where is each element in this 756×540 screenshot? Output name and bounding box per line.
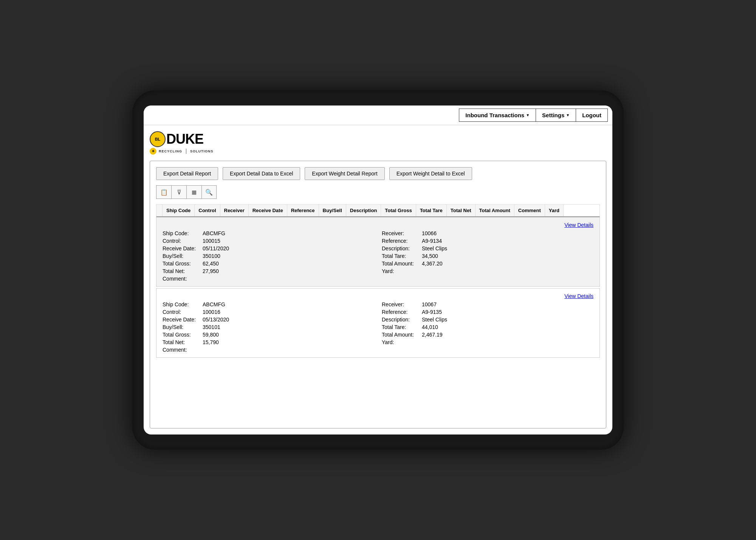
logout-nav[interactable]: Logout: [576, 109, 608, 122]
export-detail-report-button[interactable]: Export Detail Report: [156, 167, 218, 180]
col-header-total-gross[interactable]: Total Gross: [381, 205, 416, 216]
col-header-ship-code[interactable]: Ship Code: [163, 205, 195, 216]
total-net-value-0: 27,950: [203, 268, 219, 274]
total-net-label-0: Total Net:: [163, 268, 200, 274]
receive-date-field-1: Receive Date: 05/13/2020: [163, 317, 374, 323]
total-gross-field-0: Total Gross: 62,450: [163, 261, 374, 267]
reference-value-1: A9-9135: [422, 309, 442, 315]
control-value-0: 100015: [203, 238, 220, 244]
total-tare-field-0: Total Tare: 34,500: [382, 253, 593, 259]
filter-icon: ⊽: [177, 189, 181, 196]
settings-nav[interactable]: Settings ▼: [536, 109, 576, 122]
col-header-empty: [156, 205, 163, 216]
logo-sub-text2: SOLUTIONS: [190, 149, 214, 153]
grid-icon-button[interactable]: ▦: [186, 185, 201, 199]
col-header-total-net[interactable]: Total Net: [447, 205, 476, 216]
logo-divider: [186, 149, 186, 154]
inbound-transactions-nav[interactable]: Inbound Transactions ▼: [459, 109, 536, 122]
yard-label-1: Yard:: [382, 339, 420, 345]
receive-date-field-0: Receive Date: 05/11/2020: [163, 245, 374, 251]
col-header-control[interactable]: Control: [195, 205, 220, 216]
total-gross-field-1: Total Gross: 59,800: [163, 332, 374, 338]
record-card-1: View Details Ship Code: ABCMFG Receiver:…: [156, 288, 600, 358]
receiver-value-1: 10067: [422, 301, 437, 307]
content-panel: Export Detail Report Export Detail Data …: [150, 161, 606, 428]
col-header-yard[interactable]: Yard: [545, 205, 564, 216]
logo-badge: BL: [150, 131, 166, 147]
receiver-field-0: Receiver: 10066: [382, 230, 593, 236]
receiver-label-0: Receiver:: [382, 230, 420, 236]
description-value-0: Steel Clips: [422, 245, 447, 251]
col-header-buysell[interactable]: Buy/Sell: [319, 205, 346, 216]
col-header-receive-date[interactable]: Receive Date: [249, 205, 287, 216]
record-card-0: View Details Ship Code: ABCMFG Receiver:…: [156, 217, 600, 287]
export-detail-data-excel-button[interactable]: Export Detail Data to Excel: [223, 167, 300, 180]
export-weight-detail-excel-button[interactable]: Export Weight Detail to Excel: [389, 167, 472, 180]
logo-sub-text1: RECYCLING: [159, 149, 182, 153]
copy-icon-button[interactable]: 📋: [156, 185, 171, 199]
col-header-description[interactable]: Description: [346, 205, 381, 216]
receiver-label-1: Receiver:: [382, 301, 420, 307]
col-header-reference[interactable]: Reference: [287, 205, 319, 216]
receive-date-label-1: Receive Date:: [163, 317, 200, 323]
record-grid-0: Ship Code: ABCMFG Receiver: 10066 Contro…: [163, 230, 593, 282]
toolbar-icons: 📋 ⊽ ▦ 🔍: [156, 185, 600, 199]
receive-date-value-1: 05/13/2020: [203, 317, 229, 323]
inbound-transactions-arrow: ▼: [526, 113, 530, 117]
export-buttons-row: Export Detail Report Export Detail Data …: [156, 167, 600, 180]
comment-label-0: Comment:: [163, 276, 200, 282]
view-details-link-0[interactable]: View Details: [564, 222, 593, 228]
yard-field-1: Yard:: [382, 339, 593, 345]
total-gross-value-0: 62,450: [203, 261, 219, 267]
col-header-comment[interactable]: Comment: [514, 205, 545, 216]
top-nav: Inbound Transactions ▼ Settings ▼ Logout: [144, 106, 612, 125]
total-tare-field-1: Total Tare: 44,010: [382, 324, 593, 330]
ship-code-field-1: Ship Code: ABCMFG: [163, 301, 374, 307]
total-net-field-0: Total Net: 27,950: [163, 268, 374, 274]
description-value-1: Steel Clips: [422, 317, 447, 323]
total-gross-value-1: 59,800: [203, 332, 219, 338]
logo-sub-badge: ♻: [150, 148, 156, 155]
export-weight-detail-report-button[interactable]: Export Weight Detail Report: [305, 167, 384, 180]
search-icon-button[interactable]: 🔍: [201, 185, 217, 199]
comment-label-1: Comment:: [163, 347, 200, 353]
logo-container: BL DUKE ♻ RECYCLING SOLUTIONS: [150, 131, 214, 155]
control-field-1: Control: 100016: [163, 309, 374, 315]
logo-main: BL DUKE: [150, 131, 203, 147]
record-header-1: View Details: [163, 293, 593, 299]
search-icon: 🔍: [205, 189, 213, 196]
total-amount-value-1: 2,467.19: [422, 332, 443, 338]
ship-code-value-0: ABCMFG: [203, 230, 225, 236]
col-header-receiver[interactable]: Receiver: [220, 205, 249, 216]
total-gross-label-0: Total Gross:: [163, 261, 200, 267]
total-amount-field-1: Total Amount: 2,467.19: [382, 332, 593, 338]
ship-code-label-1: Ship Code:: [163, 301, 200, 307]
yard-label-0: Yard:: [382, 268, 420, 274]
logo-text: DUKE: [166, 132, 203, 146]
buysell-field-0: Buy/Sell: 350100: [163, 253, 374, 259]
total-tare-value-0: 34,500: [422, 253, 438, 259]
comment-field-0: Comment:: [163, 276, 374, 282]
filter-icon-button[interactable]: ⊽: [171, 185, 186, 199]
total-tare-label-1: Total Tare:: [382, 324, 420, 330]
receive-date-value-0: 05/11/2020: [203, 245, 229, 251]
record-grid-1: Ship Code: ABCMFG Receiver: 10067 Contro…: [163, 301, 593, 353]
tablet-screen: Inbound Transactions ▼ Settings ▼ Logout…: [144, 106, 612, 434]
total-amount-label-1: Total Amount:: [382, 332, 420, 338]
buysell-label-1: Buy/Sell:: [163, 324, 200, 330]
reference-label-0: Reference:: [382, 238, 420, 244]
grid-icon: ▦: [192, 189, 197, 195]
col-header-total-amount[interactable]: Total Amount: [476, 205, 514, 216]
receiver-value-0: 10066: [422, 230, 437, 236]
reference-value-0: A9-9134: [422, 238, 442, 244]
reference-field-0: Reference: A9-9134: [382, 238, 593, 244]
view-details-link-1[interactable]: View Details: [564, 293, 593, 299]
col-header-total-tare[interactable]: Total Tare: [416, 205, 447, 216]
records-area: View Details Ship Code: ABCMFG Receiver:…: [156, 217, 600, 359]
reference-label-1: Reference:: [382, 309, 420, 315]
yard-field-0: Yard:: [382, 268, 593, 274]
description-field-0: Description: Steel Clips: [382, 245, 593, 251]
logo-sub: ♻ RECYCLING SOLUTIONS: [150, 148, 214, 155]
buysell-label-0: Buy/Sell:: [163, 253, 200, 259]
ship-code-value-1: ABCMFG: [203, 301, 225, 307]
